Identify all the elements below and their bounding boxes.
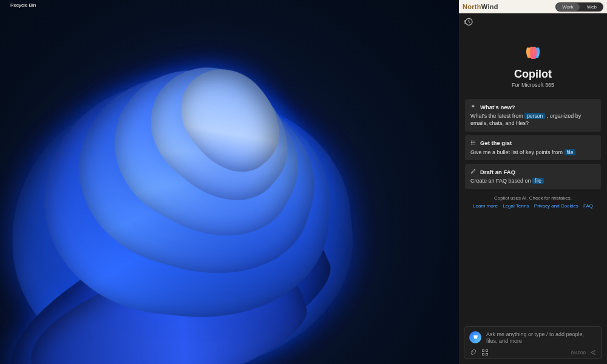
sparkle-icon	[470, 103, 476, 110]
prompt-placeholder: Ask me anything or type / to add people,…	[486, 331, 597, 345]
card-text: Give me a bullet list of key points from…	[470, 149, 595, 156]
footer-link[interactable]: Privacy and Cookies	[534, 203, 578, 209]
card-heading: What's new?	[480, 104, 515, 110]
svg-point-3	[471, 144, 472, 144]
tab-work[interactable]: Work	[556, 3, 580, 11]
desktop-wallpaper: Recycle Bin NorthWind Work Web	[0, 0, 607, 364]
prompt-cards: What's new?What's the latest from person…	[459, 94, 607, 192]
svg-point-1	[471, 141, 472, 141]
prompt-input[interactable]: Ask me anything or type / to add people,…	[464, 326, 602, 359]
card-heading: Get the gist	[480, 140, 512, 146]
entity-chip[interactable]: file	[532, 178, 544, 184]
card-heading: Draft an FAQ	[480, 169, 515, 175]
prompt-card[interactable]: Get the gistGive me a bullet list of key…	[465, 135, 601, 160]
copilot-toolbar	[459, 13, 607, 32]
attach-icon[interactable]	[469, 349, 476, 356]
scope-toggle: Work Web	[555, 2, 603, 12]
footer-link[interactable]: Legal Terms	[503, 203, 529, 209]
brand-logo: NorthWind	[463, 3, 498, 10]
recycle-bin-label: Recycle Bin	[10, 2, 36, 8]
svg-rect-7	[486, 350, 488, 352]
footer-link[interactable]: FAQ	[583, 203, 593, 209]
apps-icon[interactable]	[481, 349, 489, 356]
svg-point-2	[471, 142, 472, 143]
prompt-card[interactable]: Draft an FAQCreate an FAQ based on file	[465, 164, 601, 189]
list-icon	[470, 140, 476, 147]
prompt-card[interactable]: What's new?What's the latest from person…	[465, 99, 601, 132]
entity-chip[interactable]: file	[565, 149, 576, 155]
wallpaper-bloom	[0, 45, 429, 364]
copilot-hero: Copilot For Microsoft 365	[459, 32, 607, 94]
card-text: Create an FAQ based on file	[470, 177, 595, 184]
copilot-header: NorthWind Work Web	[459, 0, 607, 13]
pencil-icon	[470, 168, 476, 175]
history-icon[interactable]	[464, 17, 473, 27]
recycle-bin-shortcut[interactable]: Recycle Bin	[5, 2, 41, 8]
footer-link[interactable]: Learn more	[473, 203, 498, 209]
copilot-subtitle: For Microsoft 365	[466, 82, 600, 88]
copilot-panel: NorthWind Work Web	[459, 0, 607, 364]
tab-web[interactable]: Web	[581, 3, 603, 11]
svg-rect-6	[483, 350, 484, 352]
copilot-logo-icon	[523, 42, 543, 63]
char-counter: 0/4000	[571, 350, 586, 356]
svg-rect-9	[486, 354, 488, 356]
send-icon[interactable]	[589, 349, 597, 356]
svg-rect-8	[483, 354, 484, 356]
svg-point-5	[476, 336, 476, 337]
footer-links: Learn more Legal Terms Privacy and Cooki…	[459, 203, 607, 212]
copilot-avatar-icon	[469, 331, 481, 343]
copilot-title: Copilot	[466, 68, 600, 81]
entity-chip[interactable]: person	[524, 113, 545, 119]
ai-disclosure: Copilot uses AI. Check for mistakes.	[459, 192, 607, 203]
svg-point-4	[474, 336, 475, 337]
card-text: What's the latest from person , organize…	[470, 112, 595, 127]
